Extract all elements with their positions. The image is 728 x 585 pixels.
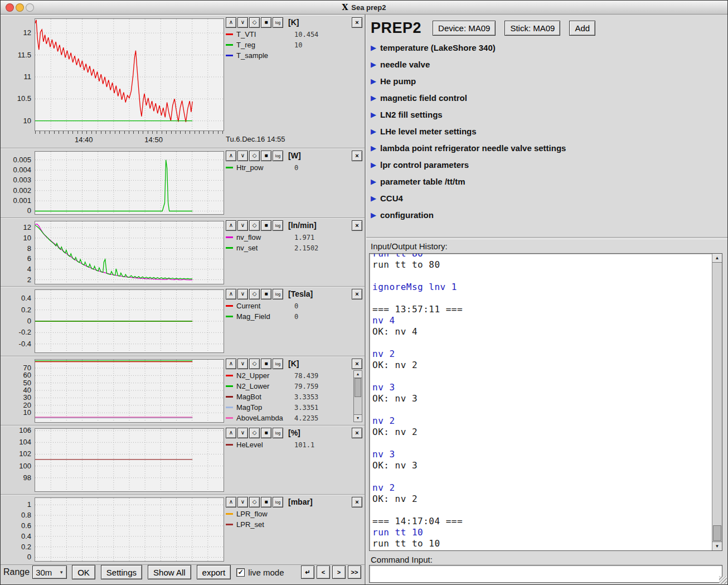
tree-item-3[interactable]: ▶magnetic field control	[371, 89, 722, 106]
plot-zoom-button[interactable]: ◇	[249, 151, 260, 161]
close-plot-button[interactable]: ×	[352, 359, 362, 369]
series-color-dash-icon	[226, 167, 233, 168]
scroll-down-icon[interactable]: ▼	[354, 414, 362, 422]
plot-log-button[interactable]: log	[273, 17, 283, 28]
series-name: LPR_set	[236, 520, 294, 529]
plot-log-button[interactable]: log	[273, 359, 283, 369]
plot-area-helium-level[interactable]	[35, 428, 224, 492]
y-tick-label: 0	[27, 206, 31, 215]
close-plot-button[interactable]: ×	[352, 497, 362, 507]
plot-style-button[interactable]: ■	[261, 428, 271, 438]
scroll-down-icon[interactable]: ▼	[712, 542, 722, 550]
tree-item-label: configuration	[380, 210, 434, 220]
close-window-button[interactable]	[6, 3, 14, 12]
plot-down-button[interactable]: ∨	[237, 289, 248, 299]
plot-up-button[interactable]: ∧	[226, 497, 236, 507]
plot-up-button[interactable]: ∧	[226, 428, 236, 438]
plot-log-button[interactable]: log	[273, 151, 283, 161]
scrollbar-thumb[interactable]	[355, 378, 361, 397]
plot-down-button[interactable]: ∨	[237, 359, 248, 369]
plot-zoom-button[interactable]: ◇	[249, 289, 260, 299]
expand-triangle-icon: ▶	[371, 161, 380, 169]
stick-button[interactable]: Stick: MA09	[504, 21, 560, 36]
legend-scrollbar[interactable]: ▲▼	[353, 370, 362, 422]
plot-area-cryo-temps[interactable]	[35, 359, 224, 423]
plot-up-button[interactable]: ∧	[226, 359, 236, 369]
plot-log-button[interactable]: log	[273, 497, 283, 507]
plot-up-button[interactable]: ∧	[226, 151, 236, 161]
legend-row: Mag_Field0	[226, 311, 362, 322]
plot-down-button[interactable]: ∨	[237, 220, 248, 231]
close-plot-button[interactable]: ×	[352, 220, 362, 231]
plot-style-button[interactable]: ■	[261, 151, 271, 161]
expand-triangle-icon: ▶	[371, 177, 380, 186]
tree-item-0[interactable]: ▶temperature (LakeShore 340)	[371, 39, 722, 56]
plot-area-heater[interactable]	[35, 151, 224, 215]
nav-forward-button[interactable]: >	[332, 565, 346, 579]
plot-down-button[interactable]: ∨	[237, 151, 248, 161]
legend-row: Htr_pow0	[226, 162, 362, 173]
plot-log-button[interactable]: log	[273, 289, 283, 299]
ok-button[interactable]: OK	[72, 565, 95, 579]
plot-style-button[interactable]: ■	[261, 289, 271, 299]
add-button[interactable]: Add	[569, 21, 595, 36]
plot-zoom-button[interactable]: ◇	[249, 428, 260, 438]
scrollbar-thumb[interactable]	[713, 525, 721, 541]
plot-log-button[interactable]: log	[273, 220, 283, 231]
plot-area-lpr[interactable]	[35, 497, 224, 562]
show-all-button[interactable]: Show All	[148, 565, 191, 579]
series-value: 79.759	[294, 383, 318, 390]
tree-item-5[interactable]: ▶LHe level meter settings	[371, 123, 722, 139]
scroll-up-icon[interactable]: ▲	[712, 254, 722, 263]
close-plot-button[interactable]: ×	[352, 289, 362, 299]
y-tick-label: 0.6	[21, 521, 31, 530]
plot-log-button[interactable]: log	[273, 428, 283, 438]
plot-style-button[interactable]: ■	[261, 17, 271, 28]
command-input[interactable]	[369, 565, 722, 583]
plot-down-button[interactable]: ∨	[237, 17, 248, 28]
plot-down-button[interactable]: ∨	[237, 497, 248, 507]
device-button[interactable]: Device: MA09	[433, 21, 496, 36]
plot-style-button[interactable]: ■	[261, 220, 271, 231]
live-mode-checkbox[interactable]: ✓	[236, 568, 245, 577]
tree-item-6[interactable]: ▶lambda point refrigerator needle valve …	[371, 139, 722, 156]
history-scrollbar[interactable]: ▲ ▼	[712, 254, 722, 550]
close-plot-button[interactable]: ×	[352, 428, 362, 438]
plot-up-button[interactable]: ∧	[226, 220, 236, 231]
tree-item-8[interactable]: ▶parameter table /tt/tm	[371, 173, 722, 190]
export-button[interactable]: export	[197, 565, 231, 579]
plot-area-magnet[interactable]	[35, 289, 224, 353]
tree-item-9[interactable]: ▶CCU4	[371, 190, 722, 206]
plot-button-row: ∧∨◇■log[K]×	[226, 17, 362, 27]
plot-down-button[interactable]: ∨	[237, 428, 248, 438]
tree-item-2[interactable]: ▶He pump	[371, 72, 722, 89]
resize-grip[interactable]	[719, 576, 727, 584]
close-plot-button[interactable]: ×	[352, 151, 362, 161]
titlebar[interactable]: X Sea prep2	[1, 1, 727, 14]
plot-area-temperature[interactable]	[35, 18, 224, 131]
tree-item-10[interactable]: ▶configuration	[371, 206, 722, 223]
plot-zoom-button[interactable]: ◇	[249, 497, 260, 507]
zoom-window-button[interactable]	[26, 3, 34, 12]
plot-zoom-button[interactable]: ◇	[249, 220, 260, 231]
plot-style-button[interactable]: ■	[261, 497, 271, 507]
minimize-window-button[interactable]	[16, 3, 24, 12]
plot-style-button[interactable]: ■	[261, 359, 271, 369]
plot-up-button[interactable]: ∧	[226, 289, 236, 299]
plot-up-button[interactable]: ∧	[226, 17, 236, 28]
close-plot-button[interactable]: ×	[352, 17, 362, 28]
plot-button-row: ∧∨◇■log[K]×	[226, 359, 362, 369]
io-history-box[interactable]: run tt 80run tt to 80 ignoreMsg lnv 1 ==…	[369, 253, 722, 551]
plot-zoom-button[interactable]: ◇	[249, 359, 260, 369]
tree-item-1[interactable]: ▶needle valve	[371, 56, 722, 72]
nav-back-button[interactable]: <	[317, 565, 330, 579]
plot-area-needle-valve[interactable]	[35, 221, 224, 284]
plot-zoom-button[interactable]: ◇	[249, 17, 260, 28]
range-select[interactable]: 30m ▼	[32, 565, 67, 579]
tree-item-4[interactable]: ▶LN2 fill settings	[371, 106, 722, 123]
settings-button[interactable]: Settings	[101, 565, 142, 579]
nav-return-button[interactable]: ↵	[301, 565, 314, 579]
scroll-up-icon[interactable]: ▲	[354, 371, 362, 378]
tree-item-7[interactable]: ▶lpr control parameters	[371, 156, 722, 173]
nav-end-button[interactable]: >>	[348, 565, 361, 579]
